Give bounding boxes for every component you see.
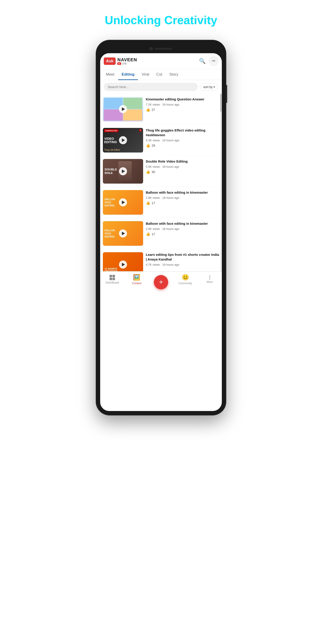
video-title-2: Thug life goggles Effect video editing #…: [146, 128, 219, 137]
video-title-3: Double Role Video Editing: [146, 159, 219, 164]
scrollbar-track: [220, 94, 222, 272]
like-icon: 👍: [146, 143, 150, 148]
nav-tabs: Meet Editing Viral Cut Story: [100, 69, 222, 80]
video-meta-4: 2.9K views · 18 hours ago: [146, 196, 219, 200]
video-thumbnail-6: #1 SHORTSCREATOR'SEDITING S...: [103, 252, 143, 272]
list-item[interactable]: Kinemaster editing Question Answer 7.2K …: [103, 94, 219, 125]
list-item[interactable]: KINEMASTER VIDEOEDITING Thug Life Effect…: [103, 125, 219, 156]
video-likes-5: 👍 17: [146, 232, 219, 236]
video-meta-3: 5.9K views · 18 hours ago: [146, 165, 219, 168]
phone-notch: [100, 44, 222, 53]
content-icon: 🖼️: [133, 274, 140, 281]
fab-button[interactable]: +: [154, 275, 168, 289]
video-info-3: Double Role Video Editing 5.9K views · 1…: [146, 159, 219, 174]
video-info-5: Balloon with face editing in kinemaster …: [146, 221, 219, 236]
content-area: Kinemaster editing Question Answer 7.2K …: [100, 94, 222, 272]
list-item[interactable]: BALLONFACEEDITING Balloon with face edit…: [103, 187, 219, 218]
video-likes-3: 👍 30: [146, 170, 219, 174]
tab-cut[interactable]: Cut: [153, 69, 166, 80]
video-info-1: Kinemaster editing Question Answer 7.2K …: [146, 97, 219, 112]
video-thumbnail-1: [103, 97, 143, 122]
avatar[interactable]: OM: [209, 56, 218, 66]
dashboard-label: DashBoard: [106, 281, 119, 284]
logo-naveen: NAVEEN: [118, 57, 137, 62]
dashboard-icon: [110, 275, 115, 280]
video-likes-1: 👍 27: [146, 108, 219, 112]
youtube-icon: [118, 62, 121, 65]
logo-ask: Ask: [104, 58, 116, 65]
tab-editing[interactable]: Editing: [118, 69, 138, 80]
video-title-6: Learn editing tips from #1 shorts creato…: [146, 252, 219, 262]
content-label: Content: [132, 282, 141, 285]
page-title: Unlocking Creativity: [105, 14, 217, 27]
video-meta-2: 5.3K views · 18 hours ago: [146, 139, 219, 142]
logo-live-row: LIVE: [118, 62, 137, 65]
tab-story[interactable]: Story: [166, 69, 182, 80]
community-label: Community: [178, 282, 192, 285]
video-info-4: Balloon with face editing in kinemaster …: [146, 190, 219, 205]
video-title-4: Balloon with face editing in kinemaster: [146, 190, 219, 195]
like-icon: 👍: [146, 108, 150, 112]
list-item[interactable]: #1 SHORTSCREATOR'SEDITING S... Learn edi…: [103, 249, 219, 272]
search-input[interactable]: [104, 83, 198, 91]
nav-item-more[interactable]: More: [198, 276, 222, 284]
search-bar-row: sort by ▾: [100, 80, 222, 94]
sort-button[interactable]: sort by ▾: [200, 83, 218, 91]
logo-text: NAVEEN LIVE: [118, 57, 137, 65]
video-title-1: Kinemaster editing Question Answer: [146, 97, 219, 102]
like-icon: 👍: [146, 232, 150, 236]
tab-viral[interactable]: Viral: [138, 69, 153, 80]
video-title-5: Balloon with face editing in kinemaster: [146, 221, 219, 226]
video-likes-4: 👍 17: [146, 201, 219, 205]
like-icon: 👍: [146, 170, 150, 174]
like-icon: 👍: [146, 201, 150, 205]
live-badge: 5: [139, 129, 142, 131]
sort-label: sort by: [203, 85, 213, 89]
video-thumbnail-5: BALLONFACEEDITING: [103, 221, 143, 246]
more-label: More: [206, 280, 213, 284]
video-thumbnail-3: DOUBLEROLE: [103, 159, 143, 184]
phone-frame: Ask NAVEEN LIVE 🔍 OM: [96, 40, 226, 415]
bottom-nav: DashBoard 🖼️ Content + 😐 Community: [100, 272, 222, 289]
camera-dot: [150, 47, 153, 50]
video-thumbnail-4: BALLONFACEEDITING: [103, 190, 143, 215]
video-list: Kinemaster editing Question Answer 7.2K …: [100, 94, 222, 272]
speaker-bar: [154, 48, 172, 50]
nav-item-community[interactable]: 😐 Community: [173, 274, 198, 285]
phone-screen: Ask NAVEEN LIVE 🔍 OM: [100, 53, 222, 411]
video-meta-5: 2.9K views · 18 hours ago: [146, 227, 219, 230]
logo: Ask NAVEEN LIVE: [104, 57, 199, 65]
video-info-6: Learn editing tips from #1 shorts creato…: [146, 252, 219, 268]
live-label: LIVE: [122, 62, 127, 65]
chevron-down-icon: ▾: [214, 86, 215, 88]
nav-item-dashboard[interactable]: DashBoard: [100, 275, 124, 284]
header-icons: 🔍 OM: [199, 56, 218, 66]
video-likes-2: 👍 29: [146, 143, 219, 148]
more-icon: [209, 276, 210, 280]
side-button: [226, 85, 227, 103]
avatar-label: OM: [212, 60, 215, 62]
video-info-2: Thug life goggles Effect video editing #…: [146, 128, 219, 148]
scrollbar-thumb[interactable]: [220, 94, 222, 112]
kinemaster-badge: KINEMASTER: [104, 129, 118, 132]
nav-item-content[interactable]: 🖼️ Content: [124, 274, 149, 285]
search-icon[interactable]: 🔍: [199, 58, 206, 64]
video-meta-6: 4.7K views · 18 hours ago: [146, 263, 219, 266]
list-item[interactable]: BALLONFACEEDITING Balloon with face edit…: [103, 218, 219, 249]
tab-meet[interactable]: Meet: [102, 69, 118, 80]
community-icon: 😐: [182, 274, 189, 281]
video-thumbnail-2: KINEMASTER VIDEOEDITING Thug Life Effect…: [103, 128, 143, 152]
video-meta-1: 7.2K views · 18 hours ago: [146, 103, 219, 106]
app-header: Ask NAVEEN LIVE 🔍 OM: [100, 53, 222, 69]
list-item[interactable]: DOUBLEROLE Double Role Video Editing: [103, 156, 219, 187]
